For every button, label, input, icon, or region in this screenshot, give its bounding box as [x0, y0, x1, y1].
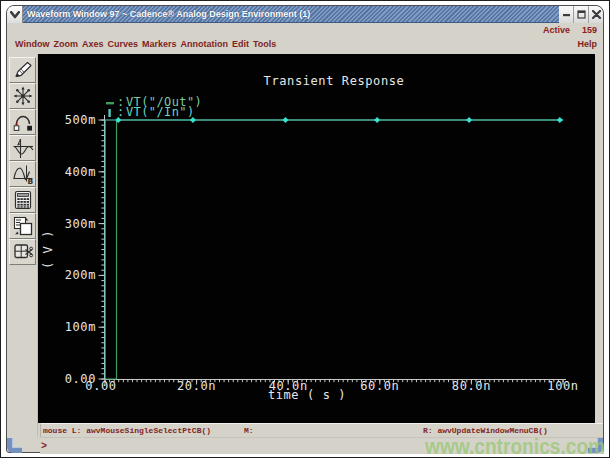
y-tick-label: 0.00: [65, 372, 96, 386]
y-axis-title: ( V ): [41, 230, 55, 269]
cut-window-tool-button[interactable]: [9, 239, 36, 265]
waveform-plot[interactable]: Transient Response0.0020.0n40.0n60.0n80.…: [38, 54, 595, 423]
copy-window-icon: [12, 215, 34, 237]
x-tick-label: 20.0n: [177, 379, 216, 393]
maximize-icon: [577, 10, 586, 19]
calculator-tool-button[interactable]: [9, 187, 36, 213]
chevron-down-icon: [10, 11, 20, 19]
svg-text:B: B: [27, 177, 33, 185]
menu-item-zoom[interactable]: Zoom: [53, 39, 78, 49]
x-tick-label: 80.0n: [452, 379, 491, 393]
legend-colon: :: [117, 105, 124, 119]
axis-waveform-icon: [12, 137, 34, 159]
menu-item-axes[interactable]: Axes: [82, 39, 104, 49]
status-mouse-middle: M:: [244, 426, 254, 435]
titlebar[interactable]: Waveform Window 97 ~ Cadence® Analog Des…: [7, 6, 603, 23]
titlebar-stripes: Waveform Window 97 ~ Cadence® Analog Des…: [23, 6, 561, 23]
y-tick-label: 400m: [65, 165, 96, 179]
pen-tool-button[interactable]: [9, 57, 36, 83]
legend-swatch: [106, 102, 114, 104]
resize-grip-left[interactable]: [7, 438, 22, 453]
window-menu-button[interactable]: [7, 6, 23, 23]
toolbar: B: [9, 55, 38, 436]
close-button[interactable]: [588, 6, 603, 23]
y-tick-label: 200m: [65, 268, 96, 282]
legend-label: VT("/In"): [126, 105, 195, 119]
menu-item-markers[interactable]: Markers: [142, 39, 177, 49]
minimize-icon: [562, 10, 571, 19]
watermark: www.cntronics.com: [425, 434, 605, 458]
menu-item-window[interactable]: Window: [15, 39, 49, 49]
active-count: 159: [582, 25, 597, 35]
window-controls: [559, 6, 603, 23]
waveform-b-tool-button[interactable]: B: [9, 161, 36, 187]
window-title: Waveform Window 97 ~ Cadence® Analog Des…: [27, 9, 310, 19]
menu-item-tools[interactable]: Tools: [253, 39, 276, 49]
x-tick-label: 60.0n: [360, 379, 399, 393]
y-tick-label: 500m: [65, 113, 96, 127]
x-tick-label: 100n: [547, 379, 578, 393]
waveform-b-icon: B: [12, 163, 34, 185]
calculator-icon: [12, 189, 34, 211]
trace-hop-tool-button[interactable]: [9, 109, 36, 135]
menu-item-annotation[interactable]: Annotation: [180, 39, 228, 49]
menu-item-help[interactable]: Help: [577, 39, 597, 49]
plot-title: Transient Response: [264, 74, 405, 88]
legend-swatch: [108, 109, 110, 117]
x-axis-title: time ( s ): [268, 388, 346, 402]
minimize-button[interactable]: [559, 6, 573, 23]
active-status: Active 159: [543, 25, 597, 35]
menubar: WindowZoomAxesCurvesMarkersAnnotationEdi…: [15, 39, 276, 49]
y-tick-label: 300m: [65, 217, 96, 231]
trace-hop-icon: [12, 111, 34, 133]
pen-icon: [12, 59, 34, 81]
y-tick-label: 100m: [65, 320, 96, 334]
axis-waveform-tool-button[interactable]: [9, 135, 36, 161]
close-icon: [592, 10, 601, 19]
app-window: Waveform Window 97 ~ Cadence® Analog Des…: [6, 5, 604, 453]
menu-item-curves[interactable]: Curves: [107, 39, 138, 49]
maximize-button[interactable]: [573, 6, 588, 23]
screenshot-canvas: Waveform Window 97 ~ Cadence® Analog Des…: [0, 0, 610, 458]
prompt-symbol: >: [41, 441, 47, 452]
starburst-icon: [12, 85, 34, 107]
starburst-tool-button[interactable]: [9, 83, 36, 109]
copy-window-tool-button[interactable]: [9, 213, 36, 239]
active-label: Active: [543, 25, 570, 35]
menu-item-edit[interactable]: Edit: [232, 39, 249, 49]
status-mouse-left: mouse L: awvMouseSingleSelectPtCB(): [43, 426, 211, 435]
cut-window-icon: [12, 241, 34, 263]
